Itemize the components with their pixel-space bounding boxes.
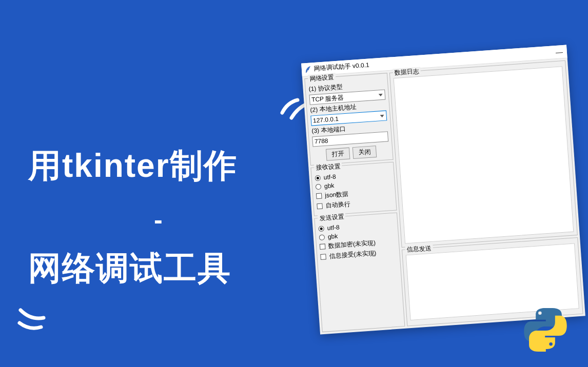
headline-line-2: 网络调试工具 xyxy=(28,246,231,291)
app-feather-icon xyxy=(305,66,311,73)
send-gbk-label: gbk xyxy=(327,233,338,240)
minimize-icon[interactable]: — xyxy=(555,49,562,55)
open-button[interactable]: 打开 xyxy=(326,148,350,161)
network-settings-group: 网络设置 (1) 协议类型 (2) 本地主机地址 (3) 本地端口 打开 关闭 xyxy=(304,73,393,166)
headline-line-1: 用tkinter制作 xyxy=(28,144,238,188)
data-log-textarea[interactable] xyxy=(394,66,574,243)
recv-utf8-label: utf-8 xyxy=(323,173,336,181)
headline-dash: - xyxy=(154,205,164,235)
radio-icon xyxy=(318,226,324,232)
recv-json-label: json数据 xyxy=(325,190,349,200)
radio-icon xyxy=(319,234,325,240)
checkbox-icon xyxy=(316,193,322,199)
checkbox-icon xyxy=(320,243,326,250)
recv-settings-group: 接收设置 utf-8 gbk json数据 自动换行 xyxy=(310,162,397,216)
doodle-bottom-icon xyxy=(15,302,51,338)
checkbox-icon xyxy=(320,254,326,260)
recv-gbk-label: gbk xyxy=(324,182,334,190)
python-logo-icon xyxy=(522,305,569,352)
recv-wrap-label: 自动换行 xyxy=(325,200,350,210)
checkbox-icon xyxy=(317,203,323,210)
send-settings-title: 发送设置 xyxy=(318,212,346,223)
app-window: 网络调试助手 v0.0.1 — 网络设置 (1) 协议类型 (2) 本地主机地址… xyxy=(301,45,585,335)
network-settings-title: 网络设置 xyxy=(308,73,336,84)
send-encrypt-label: 数据加密(未实现) xyxy=(328,238,376,250)
close-button[interactable]: 关闭 xyxy=(352,146,377,159)
send-utf8-label: utf-8 xyxy=(327,223,340,232)
radio-icon xyxy=(316,184,322,190)
window-controls: — xyxy=(555,48,564,55)
radio-icon xyxy=(315,175,321,181)
send-ack-label: 信息接受(未实现) xyxy=(329,249,377,260)
send-settings-group: 发送设置 utf-8 gbk 数据加密(未实现) 信息接受(未实现) xyxy=(314,212,405,332)
window-title: 网络调试助手 v0.0.1 xyxy=(313,60,369,73)
recv-settings-title: 接收设置 xyxy=(314,162,342,173)
data-log-group: 数据日志 xyxy=(389,60,578,248)
